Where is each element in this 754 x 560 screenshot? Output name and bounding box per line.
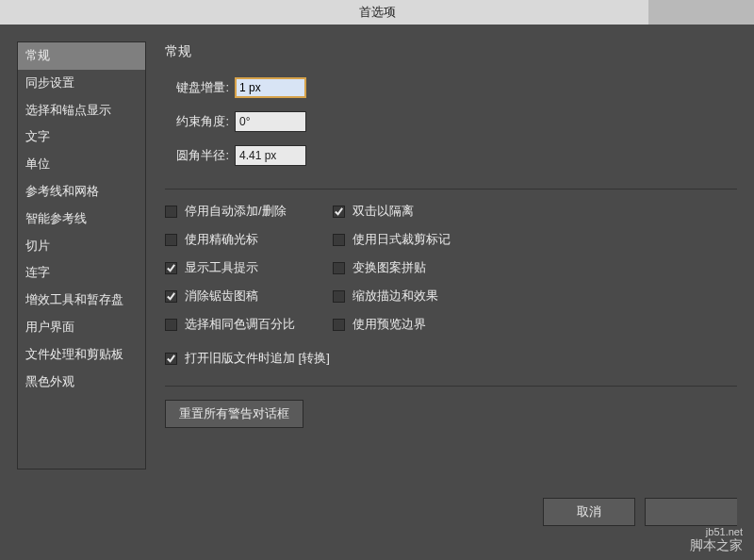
- check-right-4-checkbox[interactable]: [333, 319, 345, 331]
- check-right-4[interactable]: 使用预览边界: [333, 316, 451, 333]
- check-left-2[interactable]: 显示工具提示: [165, 259, 295, 276]
- check-full-0-checkbox[interactable]: [165, 353, 177, 365]
- check-left-1-label: 使用精确光标: [185, 231, 258, 248]
- corner-radius-input[interactable]: [235, 145, 306, 166]
- field-keyboard-increment: 键盘增量:: [165, 77, 737, 98]
- check-right-0-label: 双击以隔离: [352, 203, 414, 220]
- checks-grid: 停用自动添加/删除使用精确光标显示工具提示消除锯齿图稿选择相同色调百分比 双击以…: [165, 203, 737, 333]
- bottom-bar: 取消: [543, 498, 737, 526]
- titlebar: 首选项: [0, 0, 754, 25]
- check-right-3[interactable]: 缩放描边和效果: [333, 288, 451, 305]
- check-left-2-checkbox[interactable]: [165, 262, 177, 274]
- sidebar: 常规同步设置选择和锚点显示文字单位参考线和网格智能参考线切片连字增效工具和暂存盘…: [17, 41, 146, 469]
- section-title: 常规: [165, 43, 737, 60]
- sidebar-item-0[interactable]: 常规: [18, 42, 145, 70]
- check-left-0-checkbox[interactable]: [165, 206, 177, 218]
- sidebar-item-8[interactable]: 连字: [18, 259, 145, 287]
- check-left-4-checkbox[interactable]: [165, 319, 177, 331]
- check-right-2-checkbox[interactable]: [333, 262, 345, 274]
- field-constrain-angle: 约束角度:: [165, 111, 737, 132]
- checks-right-col: 双击以隔离使用日式裁剪标记变换图案拼贴缩放描边和效果使用预览边界: [333, 203, 451, 333]
- sidebar-item-12[interactable]: 黑色外观: [18, 369, 145, 396]
- check-left-2-label: 显示工具提示: [185, 259, 258, 276]
- sidebar-item-7[interactable]: 切片: [18, 233, 145, 260]
- field-corner-radius: 圆角半径:: [165, 145, 737, 166]
- check-full-row: 打开旧版文件时追加 [转换]: [165, 350, 737, 367]
- watermark-line2: 脚本之家: [690, 537, 743, 554]
- sidebar-item-1[interactable]: 同步设置: [18, 70, 145, 97]
- check-left-3-checkbox[interactable]: [165, 290, 177, 303]
- check-right-2[interactable]: 变换图案拼贴: [333, 259, 451, 276]
- titlebar-right-block: [648, 0, 754, 25]
- check-left-4[interactable]: 选择相同色调百分比: [165, 316, 295, 333]
- constrain-angle-input[interactable]: [235, 111, 306, 132]
- check-right-3-checkbox[interactable]: [333, 290, 345, 303]
- watermark: jb51.net 脚本之家: [690, 526, 743, 554]
- check-left-4-label: 选择相同色调百分比: [185, 316, 295, 333]
- corner-radius-label: 圆角半径:: [165, 147, 229, 164]
- check-right-1-label: 使用日式裁剪标记: [352, 231, 451, 248]
- sidebar-item-4[interactable]: 单位: [18, 151, 145, 178]
- ok-button-partial[interactable]: [645, 498, 737, 526]
- sidebar-item-5[interactable]: 参考线和网格: [18, 178, 145, 206]
- check-left-3[interactable]: 消除锯齿图稿: [165, 288, 295, 305]
- check-left-0[interactable]: 停用自动添加/删除: [165, 203, 295, 220]
- check-left-1[interactable]: 使用精确光标: [165, 231, 295, 248]
- check-right-2-label: 变换图案拼贴: [352, 259, 426, 276]
- cancel-button[interactable]: 取消: [543, 498, 635, 526]
- divider: [165, 189, 737, 189]
- check-right-4-label: 使用预览边界: [352, 316, 426, 333]
- content: 常规同步设置选择和锚点显示文字单位参考线和网格智能参考线切片连字增效工具和暂存盘…: [0, 25, 754, 469]
- main-panel: 常规 键盘增量: 约束角度: 圆角半径: 停用自动添加/删除使用精确光标显示工具…: [146, 41, 737, 469]
- fields-group: 键盘增量: 约束角度: 圆角半径:: [165, 77, 737, 166]
- constrain-angle-label: 约束角度:: [165, 113, 229, 130]
- check-full-0-label: 打开旧版文件时追加 [转换]: [185, 350, 330, 367]
- check-full-0[interactable]: 打开旧版文件时追加 [转换]: [165, 350, 737, 367]
- keyboard-increment-label: 键盘增量:: [165, 79, 229, 96]
- window-title: 首选项: [359, 5, 396, 19]
- check-right-3-label: 缩放描边和效果: [352, 288, 438, 305]
- keyboard-increment-input[interactable]: [235, 77, 306, 98]
- check-left-0-label: 停用自动添加/删除: [185, 203, 287, 220]
- sidebar-item-2[interactable]: 选择和锚点显示: [18, 97, 145, 124]
- checks-left-col: 停用自动添加/删除使用精确光标显示工具提示消除锯齿图稿选择相同色调百分比: [165, 203, 295, 333]
- sidebar-item-11[interactable]: 文件处理和剪贴板: [18, 341, 145, 369]
- check-right-1[interactable]: 使用日式裁剪标记: [333, 231, 451, 248]
- watermark-line1: jb51.net: [690, 526, 743, 537]
- sidebar-item-3[interactable]: 文字: [18, 124, 145, 151]
- divider-2: [165, 386, 737, 387]
- check-right-0[interactable]: 双击以隔离: [333, 203, 451, 220]
- sidebar-item-6[interactable]: 智能参考线: [18, 206, 145, 233]
- check-left-3-label: 消除锯齿图稿: [185, 288, 258, 305]
- check-right-0-checkbox[interactable]: [333, 206, 345, 218]
- sidebar-item-10[interactable]: 用户界面: [18, 314, 145, 341]
- check-left-1-checkbox[interactable]: [165, 234, 177, 246]
- check-right-1-checkbox[interactable]: [333, 234, 345, 246]
- sidebar-item-9[interactable]: 增效工具和暂存盘: [18, 287, 145, 314]
- reset-warnings-button[interactable]: 重置所有警告对话框: [165, 400, 303, 428]
